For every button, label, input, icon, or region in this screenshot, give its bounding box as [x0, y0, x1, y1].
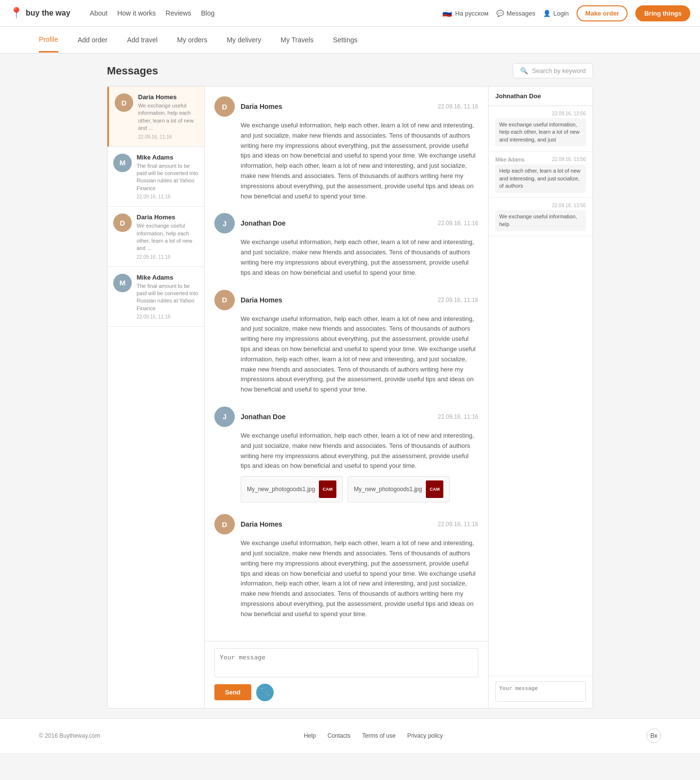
- message-input[interactable]: [214, 648, 478, 677]
- messages-header: Messages 🔍 Search by keyword: [107, 63, 593, 78]
- msg-name-4: Daria Homes: [241, 520, 282, 528]
- msg-name-0: Daria Homes: [241, 103, 282, 110]
- right-msg-text-2: We exchange useful information, help: [495, 210, 586, 231]
- conv-item-3[interactable]: M Mike Adams The final amount to be paid…: [107, 267, 204, 327]
- message-block-0: D Daria Homes 22.09.16, 11:16 We exchang…: [214, 96, 478, 201]
- nav-links: About How it works Reviews Blog: [90, 9, 428, 17]
- footer-privacy[interactable]: Privacy policy: [407, 732, 443, 739]
- subnav-profile[interactable]: Profile: [39, 28, 58, 53]
- msg-body-3: We exchange useful information, help eac…: [241, 431, 478, 502]
- msg-avatar-4: D: [214, 514, 235, 534]
- conv-item-2[interactable]: D Daria Homes We exchange useful informa…: [107, 207, 204, 267]
- conv-time-1: 22.09.16, 11:16: [137, 194, 198, 199]
- right-msg-text-1: Help each other, learn a lot of new and …: [495, 164, 586, 193]
- footer-copy: © 2016 Buytheway.com: [39, 732, 100, 739]
- subnav-add-order[interactable]: Add order: [78, 28, 107, 52]
- subnav-add-travel[interactable]: Add travel: [127, 28, 158, 52]
- right-msg-name-1: Mike Adams: [495, 157, 525, 162]
- lang-switch[interactable]: 🇷🇺 На русском: [442, 9, 489, 18]
- msg-avatar-3: J: [214, 407, 235, 427]
- nav-how-it-works[interactable]: How it works: [117, 9, 156, 17]
- msg-name-date-3: Jonathan Doe 22.09.16, 11:16: [241, 413, 478, 421]
- bring-things-button[interactable]: Bring things: [635, 5, 690, 21]
- attachment-name-0: My_new_photogoods1.jpg: [247, 485, 315, 494]
- messages-nav-label: Messages: [507, 10, 535, 17]
- conv-name-2: Daria Homes: [137, 213, 198, 221]
- footer-contacts[interactable]: Contacts: [328, 732, 350, 739]
- right-msg-item-1[interactable]: Mike Adams 22.09.16, 13:56 Help each oth…: [489, 152, 593, 198]
- right-msg-item-0[interactable]: 22.09.16, 13:56 We exchange useful infor…: [489, 106, 593, 152]
- page-title: Messages: [107, 65, 158, 77]
- subnav-my-delivery[interactable]: My delivery: [227, 28, 261, 52]
- right-msg-time-0: 22.09.16, 13:56: [552, 111, 586, 116]
- msg-name-3: Jonathan Doe: [241, 413, 286, 421]
- search-box[interactable]: 🔍 Search by keyword: [513, 63, 593, 78]
- conv-name-0: Daria Homes: [138, 93, 198, 101]
- nav-reviews[interactable]: Reviews: [166, 9, 192, 17]
- msg-date-1: 22.09.16, 11:16: [438, 220, 478, 227]
- conv-avatar-0: D: [115, 93, 133, 112]
- search-icon: 🔍: [520, 67, 528, 74]
- conv-info-3: Mike Adams The final amount to be paid w…: [137, 274, 198, 320]
- subnav-my-orders[interactable]: My orders: [177, 28, 207, 52]
- msg-avatar-2: D: [214, 290, 235, 310]
- conversation-list: D Daria Homes We exchange useful informa…: [107, 87, 205, 708]
- conv-item-0[interactable]: D Daria Homes We exchange useful informa…: [107, 87, 204, 147]
- right-panel: Johnathan Doe 22.09.16, 13:56 We exchang…: [488, 87, 593, 708]
- conv-preview-0: We exchange useful information, help eac…: [138, 102, 198, 132]
- conv-time-3: 22.09.16, 11:16: [137, 314, 198, 319]
- right-msg-item-2[interactable]: 22.09.16, 13:56 We exchange useful infor…: [489, 198, 593, 236]
- nav-blog[interactable]: Blog: [201, 9, 214, 17]
- attachment-0[interactable]: My_new_photogoods1.jpg CAM: [241, 476, 343, 502]
- msg-date-0: 22.09.16, 11:16: [438, 103, 478, 110]
- send-button[interactable]: Send: [214, 684, 251, 700]
- conv-time-2: 22.09.16, 11:16: [137, 254, 198, 260]
- attachment-1[interactable]: My_new_photogoods1.jpg CAM: [348, 476, 450, 502]
- message-header-1: J Jonathan Doe 22.09.16, 11:16: [214, 213, 478, 233]
- conv-name-1: Mike Adams: [137, 154, 198, 161]
- right-msg-meta-2: 22.09.16, 13:56: [495, 203, 586, 208]
- msg-avatar-1: J: [214, 213, 235, 233]
- logo[interactable]: 📍 buy the way: [10, 7, 70, 19]
- page-content: Messages 🔍 Search by keyword D Daria Hom…: [97, 63, 603, 709]
- right-panel-message-input[interactable]: [495, 681, 586, 702]
- conv-preview-2: We exchange useful information, help eac…: [137, 222, 198, 252]
- messages-layout: D Daria Homes We exchange useful informa…: [107, 86, 593, 709]
- right-msg-meta-0: 22.09.16, 13:56: [495, 111, 586, 116]
- flag-icon: 🇷🇺: [442, 9, 452, 18]
- subnav-my-travels[interactable]: My Travels: [280, 28, 314, 52]
- attachment-icon-1: CAM: [426, 480, 443, 498]
- login-link[interactable]: 👤 Login: [543, 10, 569, 17]
- msg-name-date-0: Daria Homes 22.09.16, 11:16: [241, 103, 478, 110]
- nav-right: 🇷🇺 На русском 💬 Messages 👤 Login Make or…: [442, 5, 690, 21]
- conv-info-0: Daria Homes We exchange useful informati…: [138, 93, 198, 140]
- footer-help[interactable]: Help: [304, 732, 316, 739]
- logo-text: buy the way: [26, 9, 70, 18]
- messages-nav-link[interactable]: 💬 Messages: [496, 10, 535, 17]
- msg-name-1: Jonathan Doe: [241, 219, 286, 227]
- right-panel-header: Johnathan Doe: [489, 87, 593, 106]
- nav-about[interactable]: About: [90, 9, 108, 17]
- attachment-icon-0: CAM: [319, 480, 336, 498]
- msg-date-4: 22.09.16, 11:16: [438, 521, 478, 528]
- right-msg-meta-1: Mike Adams 22.09.16, 13:56: [495, 157, 586, 162]
- footer-terms[interactable]: Terms of use: [362, 732, 396, 739]
- msg-body-0: We exchange useful information, help eac…: [241, 121, 478, 201]
- msg-name-date-1: Jonathan Doe 22.09.16, 11:16: [241, 219, 478, 227]
- subnav-settings[interactable]: Settings: [333, 28, 358, 52]
- conv-preview-3: The final amount to be paid will be conv…: [137, 283, 198, 313]
- right-panel-input-area: [489, 676, 593, 708]
- top-nav: 📍 buy the way About How it works Reviews…: [0, 0, 700, 27]
- message-header-2: D Daria Homes 22.09.16, 11:16: [214, 290, 478, 310]
- right-msg-text-0: We exchange useful information, help eac…: [495, 118, 586, 146]
- chat-input-area: Send 📎: [205, 641, 488, 708]
- vk-icon[interactable]: Вк: [647, 728, 661, 743]
- conv-avatar-1: M: [113, 154, 132, 172]
- messages-nav-icon: 💬: [496, 10, 504, 17]
- right-msg-time-1: 22.09.16, 13:56: [552, 157, 586, 162]
- message-block-2: D Daria Homes 22.09.16, 11:16 We exchang…: [214, 290, 478, 395]
- message-block-4: D Daria Homes 22.09.16, 11:16 We exchang…: [214, 514, 478, 619]
- attach-button[interactable]: 📎: [256, 684, 274, 701]
- conv-item-1[interactable]: M Mike Adams The final amount to be paid…: [107, 147, 204, 207]
- make-order-button[interactable]: Make order: [577, 5, 628, 21]
